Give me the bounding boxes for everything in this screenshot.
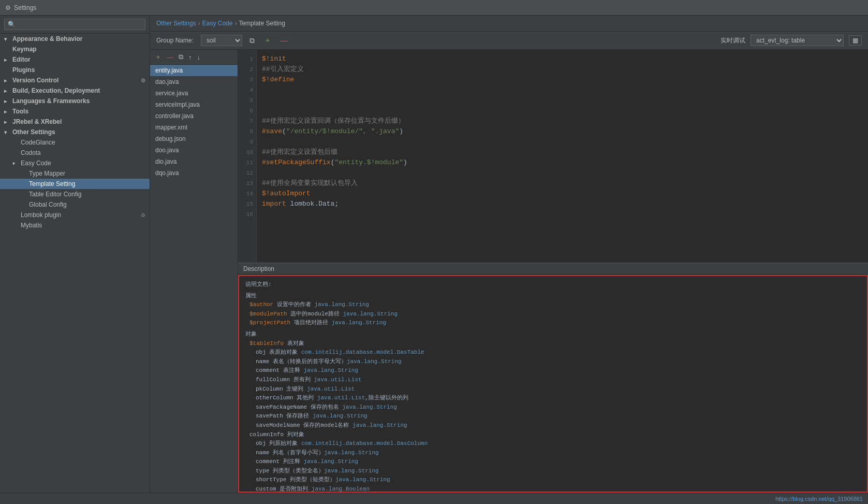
desc-item: $tableInfo 表对象 xyxy=(249,339,861,349)
file-item-debug-json[interactable]: debug.json xyxy=(150,133,238,145)
status-bar: https://blog.csdn.net/qq_31906861 xyxy=(0,493,868,504)
remove-file-button[interactable]: — xyxy=(165,53,175,62)
sidebar-item-label-codota: Codota xyxy=(21,149,41,156)
code-line: $!autoImport xyxy=(262,189,863,199)
title-text: Settings xyxy=(14,4,36,11)
move-down-button[interactable]: ↓ xyxy=(196,53,202,62)
sidebar-item-type-mapper[interactable]: Type Mapper xyxy=(0,168,150,179)
code-lines[interactable]: $!init##引入宏定义$!define##使用宏定义设置回调（保存位置与文件… xyxy=(257,50,868,263)
code-line xyxy=(262,106,863,116)
line-number: 10 xyxy=(241,147,253,157)
version-control-badge-icon: ⚙ xyxy=(141,78,145,83)
file-item-dio-java[interactable]: dio.java xyxy=(150,156,238,167)
sidebar-item-languages[interactable]: ▸Languages & Frameworks xyxy=(0,96,150,106)
remove-group-button[interactable]: — xyxy=(278,35,290,46)
line-number: 9 xyxy=(241,137,253,147)
sidebar-item-tools[interactable]: ▸Tools xyxy=(0,106,150,117)
desc-item: pkColumn 主键列 java.util.List xyxy=(256,385,861,394)
status-url[interactable]: https://blog.csdn.net/qq_31906861 xyxy=(775,496,863,502)
file-item-dao-java[interactable]: dao.java xyxy=(150,76,238,88)
code-line: $!define xyxy=(262,75,863,85)
sidebar-item-appearance[interactable]: ▾Appearance & Behavior xyxy=(0,34,150,44)
copy-file-button[interactable]: ⧉ xyxy=(177,52,185,62)
breadcrumb-separator: › xyxy=(198,20,200,27)
sidebar-item-label-table-editor-config: Table Editor Config xyxy=(29,191,81,198)
toolbar: Group Name: soil ⧉ ＋ — 实时调试 act_evt_log:… xyxy=(150,32,868,50)
sidebar: ▾Appearance & BehaviorKeymap▸EditorPlugi… xyxy=(0,16,150,493)
editor-arrow-icon: ▸ xyxy=(4,57,10,63)
sidebar-item-other-settings[interactable]: ▾Other Settings xyxy=(0,127,150,137)
jrebel-arrow-icon: ▸ xyxy=(4,119,10,125)
sidebar-item-table-editor-config[interactable]: Table Editor Config xyxy=(0,189,150,199)
sidebar-item-keymap[interactable]: Keymap xyxy=(0,44,150,54)
sidebar-item-template-setting[interactable]: Template Setting xyxy=(0,179,150,189)
version-control-arrow-icon: ▸ xyxy=(4,78,10,83)
sidebar-item-label-global-config: Global Config xyxy=(29,201,67,208)
line-number: 8 xyxy=(241,126,253,137)
line-number: 16 xyxy=(241,209,253,220)
sidebar-item-codeglance[interactable]: CodeGlance xyxy=(0,137,150,148)
file-item-dqo-java[interactable]: dqo.java xyxy=(150,167,238,179)
languages-arrow-icon: ▸ xyxy=(4,98,10,104)
file-item-controller-java[interactable]: controller.java xyxy=(150,110,238,122)
sidebar-item-easy-code[interactable]: ▾Easy Code xyxy=(0,158,150,168)
group-select[interactable]: soil xyxy=(201,35,242,46)
main-container: ▾Appearance & BehaviorKeymap▸EditorPlugi… xyxy=(0,16,868,493)
add-file-button[interactable]: ＋ xyxy=(153,52,163,62)
file-item-mapper-xml[interactable]: mapper.xml xyxy=(150,122,238,133)
code-line xyxy=(262,85,863,95)
sidebar-item-mybatis[interactable]: Mybatis xyxy=(0,220,150,231)
file-item-entity-java[interactable]: entity.java xyxy=(150,65,238,76)
sidebar-item-version-control[interactable]: ▸Version Control⚙ xyxy=(0,75,150,85)
sidebar-item-codota[interactable]: Codota xyxy=(0,148,150,158)
code-content[interactable]: 12345678910111213141516 $!init##引入宏定义$!d… xyxy=(238,50,868,263)
code-line xyxy=(262,168,863,178)
realtime-select[interactable]: act_evt_log: table xyxy=(751,35,844,46)
sidebar-item-label-template-setting: Template Setting xyxy=(29,180,75,188)
desc-item: fullColumn 所有列 java.util.List xyxy=(256,376,861,385)
desc-item: type 列类型（类型全名）java.lang.String xyxy=(256,467,861,476)
code-line: #setPackageSuffix("entity.$!module") xyxy=(262,157,863,168)
line-number: 3 xyxy=(241,75,253,85)
sidebar-item-label-editor: Editor xyxy=(12,56,31,63)
search-bar[interactable] xyxy=(0,16,150,34)
code-line: #save("/entity/$!module/", ".java") xyxy=(262,126,863,137)
code-line: ##使用宏定义设置包后缀 xyxy=(262,147,863,157)
code-line: ##使用全局变量实现默认包导入 xyxy=(262,178,863,189)
sidebar-item-label-build: Build, Execution, Deployment xyxy=(12,87,100,94)
sidebar-item-lombok-plugin[interactable]: Lombok plugin⚙ xyxy=(0,210,150,220)
file-item-service-java[interactable]: service.java xyxy=(150,88,238,99)
file-item-serviceImpl-java[interactable]: serviceImpl.java xyxy=(150,99,238,110)
desc-item: otherColumn 其他列 java.util.List,除主键以外的列 xyxy=(256,394,861,403)
sidebar-item-build[interactable]: ▸Build, Execution, Deployment xyxy=(0,85,150,96)
desc-item: $modulePath 选中的module路径 java.lang.String xyxy=(249,310,861,319)
settings-icon: ⚙ xyxy=(5,4,11,11)
file-item-doo-java[interactable]: doo.java xyxy=(150,145,238,156)
sidebar-item-label-type-mapper: Type Mapper xyxy=(29,170,65,177)
sidebar-item-editor[interactable]: ▸Editor xyxy=(0,54,150,65)
breadcrumb-item-1[interactable]: Easy Code xyxy=(202,20,233,27)
sidebar-item-jrebel[interactable]: ▸JRebel & XRebel xyxy=(0,117,150,127)
desc-header: 说明文档: xyxy=(245,280,861,290)
code-line: ##引入宏定义 xyxy=(262,64,863,75)
other-settings-arrow-icon: ▾ xyxy=(4,129,10,135)
sidebar-item-label-jrebel: JRebel & XRebel xyxy=(12,118,62,125)
realtime-icon-button[interactable]: ▦ xyxy=(849,35,862,46)
desc-item: savePath 保存路径 java.lang.String xyxy=(256,412,861,421)
sidebar-item-plugins[interactable]: Plugins xyxy=(0,65,150,75)
line-number: 12 xyxy=(241,168,253,178)
add-group-button[interactable]: ＋ xyxy=(262,35,273,46)
desc-section-title: 对象 xyxy=(245,330,861,339)
sidebar-item-label-version-control: Version Control xyxy=(12,77,58,84)
sidebar-item-label-languages: Languages & Frameworks xyxy=(12,97,90,105)
sidebar-item-global-config[interactable]: Global Config xyxy=(0,199,150,210)
breadcrumb-item-0[interactable]: Other Settings xyxy=(156,20,196,27)
editor-area: ＋ — ⧉ ↑ ↓ entity.javadao.javaservice.jav… xyxy=(150,50,868,493)
move-up-button[interactable]: ↑ xyxy=(187,53,194,62)
desc-item: obj 表原始对象 com.intellij.database.model.Da… xyxy=(256,348,861,357)
copy-group-button[interactable]: ⧉ xyxy=(247,35,257,46)
search-input[interactable] xyxy=(4,19,145,30)
sidebar-item-label-lombok-plugin: Lombok plugin xyxy=(21,211,61,219)
desc-section: 属性$author 设置中的作者 java.lang.String$module… xyxy=(245,292,861,328)
line-number: 11 xyxy=(241,157,253,168)
